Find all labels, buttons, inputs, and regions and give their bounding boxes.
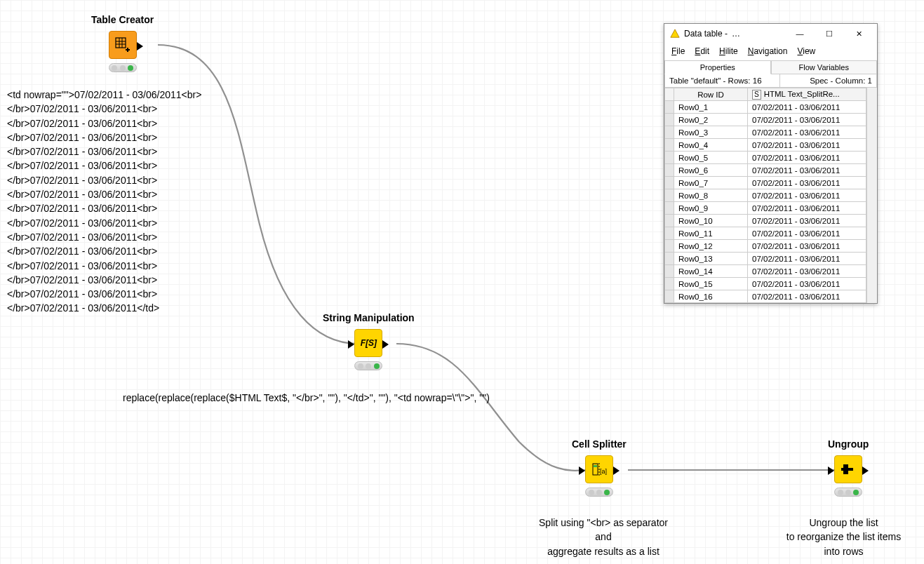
output-port[interactable] xyxy=(862,466,869,475)
cell-value: 07/02/2011 - 03/06/2011 xyxy=(748,265,866,278)
row-handle[interactable] xyxy=(665,177,674,189)
maximize-button[interactable]: ☐ xyxy=(817,25,842,42)
table-row[interactable]: Row0_707/02/2011 - 03/06/2011 xyxy=(665,177,866,189)
input-port[interactable] xyxy=(348,340,354,349)
table-row[interactable]: Row0_507/02/2011 - 03/06/2011 xyxy=(665,152,866,164)
cell-value: 07/02/2011 - 03/06/2011 xyxy=(748,278,866,290)
row-handle[interactable] xyxy=(665,265,674,278)
menu-hilite[interactable]: Hilite xyxy=(719,46,738,56)
cell-rowid: Row0_14 xyxy=(674,265,748,278)
cell-value: 07/02/2011 - 03/06/2011 xyxy=(748,126,866,139)
table-row[interactable]: Row0_1007/02/2011 - 03/06/2011 xyxy=(665,215,866,227)
cell-rowid: Row0_5 xyxy=(674,152,748,164)
node-status-traffic xyxy=(354,361,382,370)
close-button[interactable]: ✕ xyxy=(846,25,871,42)
data-table-window[interactable]: Data table - … — ☐ ✕ File Edit Hilite Na… xyxy=(664,23,878,304)
cell-value: 07/02/2011 - 03/06/2011 xyxy=(748,177,866,189)
info-spec: Spec - Column: 1 xyxy=(780,74,876,87)
node-status-traffic xyxy=(585,488,613,497)
cell-value: 07/02/2011 - 03/06/2011 xyxy=(748,114,866,126)
node-string-manipulation[interactable]: String Manipulation F[S] xyxy=(323,312,415,370)
tab-properties[interactable]: Properties xyxy=(664,61,771,74)
minimize-button[interactable]: — xyxy=(787,25,812,42)
menu-view[interactable]: View xyxy=(797,46,815,56)
row-handle[interactable] xyxy=(665,164,674,177)
cell-value: 07/02/2011 - 03/06/2011 xyxy=(748,240,866,253)
window-tabs: Properties Flow Variables xyxy=(664,60,877,74)
knime-icon xyxy=(670,29,680,39)
output-port[interactable] xyxy=(382,340,389,349)
row-handle[interactable] xyxy=(665,253,674,265)
table-row[interactable]: Row0_1507/02/2011 - 03/06/2011 xyxy=(665,278,866,290)
table-row[interactable]: Row0_307/02/2011 - 03/06/2011 xyxy=(665,126,866,139)
table-row[interactable]: Row0_107/02/2011 - 03/06/2011 xyxy=(665,101,866,114)
column-header-text[interactable]: SHTML Text_SplitRe... xyxy=(748,88,866,101)
column-header-rowid[interactable]: Row ID xyxy=(674,88,748,101)
cell-value: 07/02/2011 - 03/06/2011 xyxy=(748,139,866,152)
cell-rowid: Row0_4 xyxy=(674,139,748,152)
cell-value: 07/02/2011 - 03/06/2011 xyxy=(748,152,866,164)
annotation-ungroup-desc: Ungroup the list to reorganize the list … xyxy=(765,516,923,558)
row-handle[interactable] xyxy=(665,101,674,114)
annotation-html-text: <td nowrap="">07/02/2011 - 03/06/2011<br… xyxy=(7,88,201,316)
cell-value: 07/02/2011 - 03/06/2011 xyxy=(748,202,866,215)
svg-marker-11 xyxy=(671,29,679,37)
table-row[interactable]: Row0_1407/02/2011 - 03/06/2011 xyxy=(665,265,866,278)
tab-flow-variables[interactable]: Flow Variables xyxy=(771,61,878,74)
row-handle[interactable] xyxy=(665,114,674,126)
input-port[interactable] xyxy=(828,466,834,475)
row-handle[interactable] xyxy=(665,126,674,139)
row-handle[interactable] xyxy=(665,215,674,227)
menu-navigation[interactable]: Navigation xyxy=(748,46,788,56)
table-row[interactable]: Row0_207/02/2011 - 03/06/2011 xyxy=(665,114,866,126)
output-port[interactable] xyxy=(137,42,143,51)
row-handle[interactable] xyxy=(665,202,674,215)
line1: Ungroup the list xyxy=(765,516,923,530)
table-row[interactable]: Row0_907/02/2011 - 03/06/2011 xyxy=(665,202,866,215)
cell-value: 07/02/2011 - 03/06/2011 xyxy=(748,253,866,265)
svg-rect-0 xyxy=(116,38,126,48)
cell-rowid: Row0_12 xyxy=(674,240,748,253)
node-cell-splitter[interactable]: Cell Splitter [a] xyxy=(572,438,627,497)
row-handle[interactable] xyxy=(665,290,674,303)
menu-edit[interactable]: Edit xyxy=(695,46,709,56)
table-row[interactable]: Row0_1107/02/2011 - 03/06/2011 xyxy=(665,227,866,240)
node-title: Cell Splitter xyxy=(572,438,627,450)
cell-value: 07/02/2011 - 03/06/2011 xyxy=(748,290,866,303)
node-glyph: F[S] xyxy=(361,338,377,348)
row-handle[interactable] xyxy=(665,139,674,152)
table-row[interactable]: Row0_407/02/2011 - 03/06/2011 xyxy=(665,139,866,152)
row-handle[interactable] xyxy=(665,152,674,164)
cell-rowid: Row0_13 xyxy=(674,253,748,265)
table-row[interactable]: Row0_1607/02/2011 - 03/06/2011 xyxy=(665,290,866,303)
table-row[interactable]: Row0_607/02/2011 - 03/06/2011 xyxy=(665,164,866,177)
window-titlebar[interactable]: Data table - … — ☐ ✕ xyxy=(664,24,877,43)
node-table-creator[interactable]: Table Creator xyxy=(91,14,154,72)
svg-text:[a]: [a] xyxy=(600,468,607,475)
row-handle[interactable] xyxy=(665,189,674,202)
window-title: Data table - xyxy=(684,29,728,39)
annotation-cell-splitter-desc: Split using "<br> as separator and aggre… xyxy=(512,516,695,558)
table-row[interactable]: Row0_1207/02/2011 - 03/06/2011 xyxy=(665,240,866,253)
cell-value: 07/02/2011 - 03/06/2011 xyxy=(748,164,866,177)
row-handle[interactable] xyxy=(665,227,674,240)
line2: to reorganize the list items xyxy=(765,530,923,544)
data-table[interactable]: Row ID SHTML Text_SplitRe... Row0_107/02… xyxy=(664,88,866,303)
row-handle[interactable] xyxy=(665,240,674,253)
vertical-scrollbar[interactable] xyxy=(866,88,877,303)
input-port[interactable] xyxy=(579,466,585,475)
cell-value: 07/02/2011 - 03/06/2011 xyxy=(748,215,866,227)
menu-file[interactable]: File xyxy=(671,46,685,56)
cell-rowid: Row0_1 xyxy=(674,101,748,114)
row-handle-header xyxy=(665,88,674,101)
node-status-traffic xyxy=(834,488,862,497)
output-port[interactable] xyxy=(613,466,620,475)
node-title: Ungroup xyxy=(828,438,869,450)
cell-rowid: Row0_16 xyxy=(674,290,748,303)
table-row[interactable]: Row0_807/02/2011 - 03/06/2011 xyxy=(665,189,866,202)
row-handle[interactable] xyxy=(665,278,674,290)
node-ungroup[interactable]: Ungroup xyxy=(828,438,869,497)
node-title: Table Creator xyxy=(91,14,154,25)
info-rows: Table "default" - Rows: 16 xyxy=(665,74,780,87)
table-row[interactable]: Row0_1307/02/2011 - 03/06/2011 xyxy=(665,253,866,265)
